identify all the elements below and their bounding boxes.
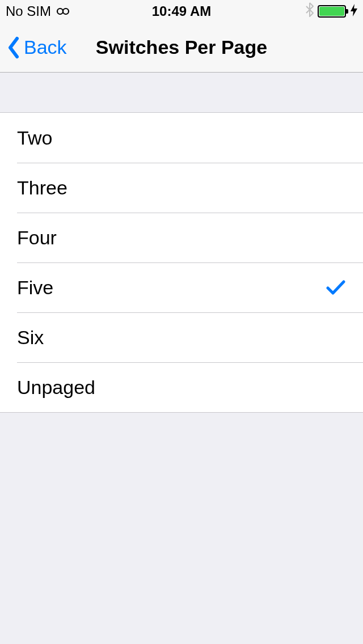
- hotspot-icon: [56, 7, 70, 16]
- option-label: Five: [17, 277, 53, 299]
- carrier-label: No SIM: [6, 3, 51, 19]
- option-row-four[interactable]: Four: [0, 213, 363, 262]
- status-left: No SIM: [6, 3, 70, 19]
- options-list: Two Three Four Five Six Unpaged: [0, 112, 363, 413]
- option-label: Six: [17, 327, 44, 349]
- option-row-six[interactable]: Six: [0, 312, 363, 362]
- battery-icon: [318, 5, 346, 18]
- checkmark-icon: [326, 279, 346, 296]
- option-row-five[interactable]: Five: [0, 262, 363, 312]
- back-label: Back: [24, 36, 67, 58]
- charging-icon: [351, 4, 357, 19]
- chevron-left-icon: [7, 36, 20, 59]
- section-spacer: [0, 73, 363, 112]
- option-label: Four: [17, 227, 57, 249]
- bluetooth-icon: [305, 2, 314, 20]
- status-right: [305, 2, 357, 20]
- status-bar: No SIM 10:49 AM: [0, 0, 363, 23]
- option-row-two[interactable]: Two: [0, 113, 363, 163]
- option-label: Two: [17, 127, 52, 149]
- svg-point-1: [63, 9, 69, 14]
- option-label: Unpaged: [17, 376, 95, 399]
- option-label: Three: [17, 177, 67, 199]
- back-button[interactable]: Back: [7, 36, 67, 59]
- svg-point-0: [57, 9, 63, 14]
- option-row-unpaged[interactable]: Unpaged: [0, 362, 363, 412]
- nav-bar: Back Switches Per Page: [0, 23, 363, 73]
- option-row-three[interactable]: Three: [0, 163, 363, 213]
